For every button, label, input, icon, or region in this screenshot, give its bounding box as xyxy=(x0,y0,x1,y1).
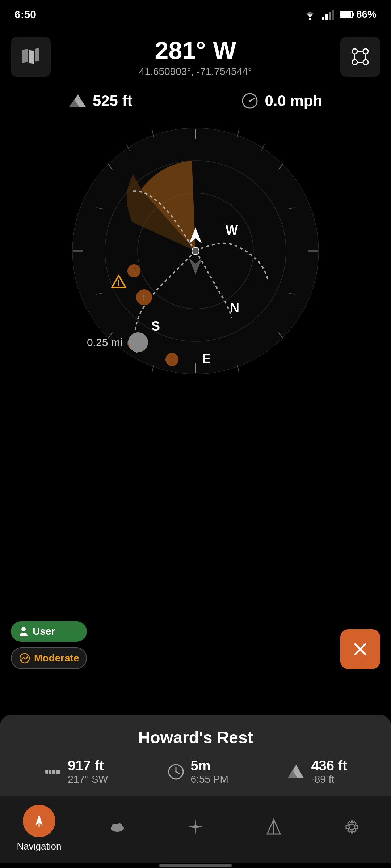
distance-sub: 217° SW xyxy=(68,774,108,785)
svg-rect-8 xyxy=(22,49,28,63)
coordinates: 41.650903°, -71.754544° xyxy=(139,66,252,77)
svg-text:E: E xyxy=(202,351,211,366)
mountain-icon xyxy=(69,94,87,108)
user-badge-label: User xyxy=(33,626,55,637)
person-icon xyxy=(18,626,29,637)
route-button[interactable] xyxy=(340,37,380,77)
moon-icon xyxy=(128,332,148,352)
elevation-icon xyxy=(287,763,305,781)
elev-stat: 436 ft -89 ft xyxy=(287,758,347,785)
svg-point-62 xyxy=(21,627,26,631)
svg-point-13 xyxy=(352,60,357,65)
svg-rect-7 xyxy=(340,12,351,17)
distance-stat: 917 ft 217° SW xyxy=(44,758,108,785)
battery-percent: 86% xyxy=(356,9,377,20)
wifi-icon xyxy=(303,9,316,20)
status-bar: 6:50 86% xyxy=(0,0,391,29)
speed-icon xyxy=(241,92,259,110)
eta-sub: 6:55 PM xyxy=(191,774,228,785)
compass-area: W S E N i xyxy=(0,117,391,385)
home-bar xyxy=(159,864,232,867)
nav-item-explore[interactable] xyxy=(170,810,221,847)
heading-degrees: 281° xyxy=(155,38,206,63)
elevation-stat: 525 ft xyxy=(69,92,133,110)
eta-stat-info: 5m 6:55 PM xyxy=(191,758,228,785)
map-button[interactable] xyxy=(11,37,51,77)
nav-icon-weather-wrapper xyxy=(101,810,134,843)
svg-point-22 xyxy=(249,100,251,102)
elev-sub: -89 ft xyxy=(311,774,347,785)
badges-area: User Moderate xyxy=(11,621,87,669)
navigation-icon xyxy=(30,812,48,830)
speed-stat: 0.0 mph xyxy=(241,92,322,110)
stats-row: 525 ft 0.0 mph xyxy=(0,85,391,117)
svg-text:W: W xyxy=(226,223,238,238)
difficulty-badge[interactable]: Moderate xyxy=(11,647,87,669)
close-button[interactable] xyxy=(340,629,380,669)
svg-rect-4 xyxy=(332,10,334,20)
map-icon xyxy=(20,46,42,68)
svg-rect-2 xyxy=(325,14,328,20)
status-right: 86% xyxy=(303,9,377,20)
header-center: 281° W 41.650903°, -71.754544° xyxy=(139,36,252,77)
trail-stats: 917 ft 217° SW 5m 6:55 PM 436 ft xyxy=(0,754,391,796)
middle-area xyxy=(0,385,391,529)
svg-marker-80 xyxy=(188,819,203,835)
gear-icon xyxy=(342,817,361,836)
route-icon xyxy=(349,46,371,68)
nav-icon-settings-wrapper xyxy=(336,810,368,843)
svg-rect-9 xyxy=(29,50,34,64)
svg-line-72 xyxy=(176,772,180,774)
svg-point-14 xyxy=(363,60,368,65)
user-badge[interactable]: User xyxy=(11,621,87,642)
compass-container: W S E N i xyxy=(65,121,326,381)
explore-icon xyxy=(186,817,205,836)
nav-icon-explore-wrapper xyxy=(179,810,212,843)
scale-text: 0.25 mi xyxy=(87,336,122,349)
signal-icon xyxy=(322,9,334,20)
activity-icon xyxy=(264,817,283,836)
svg-point-50 xyxy=(192,247,199,255)
svg-text:i: i xyxy=(133,267,135,275)
svg-point-12 xyxy=(363,49,368,54)
home-indicator xyxy=(0,863,391,868)
svg-rect-66 xyxy=(45,770,60,774)
elevation-value: 525 ft xyxy=(93,92,133,110)
nav-item-weather[interactable] xyxy=(92,810,143,847)
difficulty-icon xyxy=(19,652,30,664)
scale-indicator: 0.25 mi xyxy=(87,332,148,352)
svg-text:N: N xyxy=(230,301,239,315)
svg-rect-1 xyxy=(322,17,324,20)
svg-text:i: i xyxy=(171,357,173,364)
svg-point-11 xyxy=(352,49,357,54)
svg-rect-6 xyxy=(353,13,354,16)
nav-item-activity[interactable] xyxy=(248,810,299,847)
nav-item-settings[interactable] xyxy=(327,810,377,847)
distance-stat-info: 917 ft 217° SW xyxy=(68,758,108,785)
svg-point-83 xyxy=(349,824,355,830)
svg-point-79 xyxy=(117,823,122,829)
speed-value: 0.0 mph xyxy=(265,92,322,110)
nav-icon-activity-wrapper xyxy=(257,810,290,843)
weather-icon xyxy=(108,818,127,835)
bottom-nav: Navigation xyxy=(0,796,391,863)
status-time: 6:50 xyxy=(14,8,36,21)
svg-text:S: S xyxy=(151,319,160,333)
nav-item-navigation[interactable]: Navigation xyxy=(14,805,64,852)
eta-value: 5m xyxy=(191,758,228,774)
svg-point-53 xyxy=(118,284,120,286)
nav-icon-nav-wrapper xyxy=(23,805,55,837)
svg-rect-10 xyxy=(35,48,39,61)
eta-stat: 5m 6:55 PM xyxy=(167,758,228,785)
elev-stat-info: 436 ft -89 ft xyxy=(311,758,347,785)
close-icon xyxy=(352,641,368,657)
battery-icon: 86% xyxy=(340,9,377,20)
svg-rect-3 xyxy=(329,12,331,20)
bottom-panel: Howard's Rest 917 ft 217° SW 5m xyxy=(0,715,391,868)
clock-icon xyxy=(167,763,185,781)
nav-label-navigation: Navigation xyxy=(17,841,62,852)
svg-point-0 xyxy=(309,18,311,20)
distance-value: 917 ft xyxy=(68,758,108,774)
trail-name: Howard's Rest xyxy=(0,715,391,754)
ruler-icon xyxy=(44,763,62,781)
